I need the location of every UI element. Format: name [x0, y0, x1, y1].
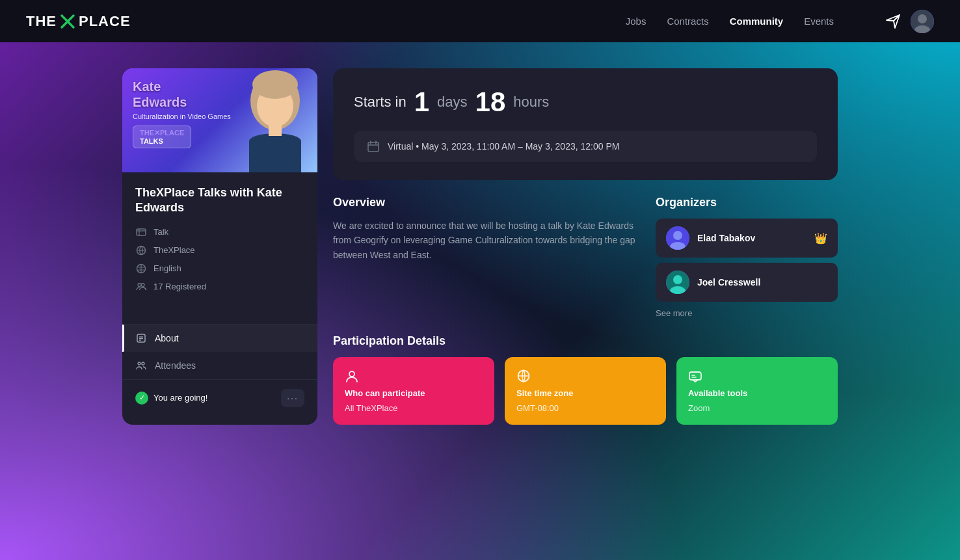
organizer-elad[interactable]: Elad Tabakov 👑 [656, 219, 838, 258]
timezone-icon [516, 369, 654, 383]
event-sidebar: Kate Edwards Culturalization in Video Ga… [122, 68, 317, 425]
overview-title: Overview [333, 196, 640, 209]
event-time-row: Virtual • May 3, 2023, 11:00 AM – May 3,… [354, 131, 817, 162]
organizer-joel[interactable]: Joel Cresswell [656, 263, 838, 302]
nav-actions [886, 10, 934, 33]
svg-rect-11 [137, 229, 146, 235]
hours-number: 18 [475, 87, 506, 118]
nav-jobs[interactable]: Jobs [626, 16, 647, 27]
logo[interactable]: THE PLACE [26, 13, 131, 30]
svg-point-23 [138, 362, 140, 365]
organizers-title: Organizers [656, 196, 838, 209]
who-icon [345, 369, 483, 383]
nav-events[interactable]: Events [804, 16, 834, 27]
see-more-link[interactable]: See more [656, 308, 692, 318]
svg-rect-10 [269, 123, 282, 136]
speaker-name: Kate Edwards [133, 79, 231, 110]
talks-badge: THE✕PLACE TALKS [133, 126, 191, 148]
going-label: You are going! [153, 393, 207, 403]
event-meta: Talk TheXPlace [135, 226, 304, 293]
svg-point-35 [349, 371, 354, 377]
overview-section: Overview We are excited to announce that… [333, 196, 640, 319]
event-subtitle: Culturalization in Video Games [133, 113, 231, 120]
timezone-value: GMT-08:00 [516, 403, 654, 413]
svg-point-30 [673, 231, 682, 240]
tag-icon [135, 226, 147, 238]
event-title: TheXPlace Talks with Kate Edwards [135, 185, 304, 216]
participation-section: Participation Details Who can participat… [333, 334, 838, 425]
sidebar-nav-attendees[interactable]: Attendees [122, 352, 317, 379]
more-button[interactable]: ··· [281, 389, 304, 407]
tools-value: Zoom [688, 403, 826, 413]
logo-suffix: PLACE [79, 13, 131, 30]
main-wrapper: Kate Edwards Culturalization in Video Ga… [0, 42, 960, 451]
lang-icon [135, 263, 147, 274]
timezone-title: Site time zone [516, 388, 654, 398]
meta-type: Talk [135, 226, 304, 238]
sidebar-nav: About Attendees [122, 324, 317, 379]
about-label: About [155, 333, 179, 343]
people-icon [135, 281, 147, 293]
user-avatar[interactable] [911, 10, 934, 33]
nav-contracts[interactable]: Contracts [667, 16, 708, 27]
org-icon [135, 245, 147, 256]
svg-rect-25 [368, 142, 379, 152]
person-illustration [233, 68, 317, 172]
countdown-row: Starts in 1 days 18 hours [354, 87, 817, 118]
meta-registered: 17 Registered [135, 281, 304, 293]
part-card-timezone: Site time zone GMT-08:00 [505, 357, 666, 425]
send-icon[interactable] [886, 14, 900, 29]
main-content: Starts in 1 days 18 hours [333, 68, 838, 425]
tools-title: Available tools [688, 388, 826, 398]
event-time-text: Virtual • May 3, 2023, 11:00 AM – May 3,… [388, 141, 619, 152]
sidebar-footer: ✓ You are going! ··· [122, 379, 317, 416]
about-icon [135, 332, 147, 344]
overview-text: We are excited to announce that we will … [333, 219, 640, 262]
meta-registered-label: 17 Registered [153, 282, 206, 291]
nav-links: Jobs Contracts Community Events [626, 16, 834, 27]
attendees-icon [135, 360, 147, 371]
attendees-label: Attendees [155, 360, 196, 371]
part-card-tools: Available tools Zoom [676, 357, 838, 425]
calendar-icon [367, 140, 380, 153]
organizer-elad-avatar [666, 226, 689, 250]
going-badge: ✓ You are going! [135, 392, 207, 405]
meta-lang-label: English [153, 263, 181, 273]
svg-point-24 [142, 362, 144, 365]
meta-org: TheXPlace [135, 245, 304, 256]
crown-icon: 👑 [814, 232, 827, 245]
navbar: THE PLACE Jobs Contracts Community Event… [0, 0, 960, 42]
meta-type-label: Talk [153, 227, 168, 237]
event-text-overlay: Kate Edwards Culturalization in Video Ga… [133, 79, 231, 148]
days-label: days [437, 94, 467, 111]
who-value: All TheXPlace [345, 403, 483, 413]
starts-in-label: Starts in [354, 94, 407, 111]
days-number: 1 [414, 87, 429, 118]
who-title: Who can participate [345, 388, 483, 398]
meta-org-label: TheXPlace [153, 245, 195, 255]
organizer-elad-name: Elad Tabakov [697, 233, 807, 243]
participation-cards: Who can participate All TheXPlace Site t… [333, 357, 838, 425]
svg-point-7 [252, 70, 298, 99]
organizer-joel-avatar [666, 271, 689, 294]
event-image: Kate Edwards Culturalization in Video Ga… [122, 68, 317, 172]
two-col-section: Overview We are excited to announce that… [333, 196, 838, 319]
svg-point-17 [138, 283, 141, 286]
tools-icon [688, 369, 826, 383]
svg-rect-38 [689, 372, 701, 380]
part-card-who: Who can participate All TheXPlace [333, 357, 494, 425]
svg-point-3 [918, 14, 927, 23]
meta-lang: English [135, 263, 304, 274]
nav-community[interactable]: Community [730, 16, 784, 27]
hours-label: hours [513, 94, 549, 111]
organizer-joel-name: Joel Cresswell [697, 277, 827, 287]
check-icon: ✓ [135, 392, 148, 405]
sidebar-nav-about[interactable]: About [122, 325, 317, 352]
svg-point-33 [673, 275, 682, 284]
svg-point-18 [141, 283, 144, 286]
logo-x-icon [59, 13, 76, 30]
sidebar-content: TheXPlace Talks with Kate Edwards Talk [122, 172, 317, 319]
logo-prefix: THE [26, 13, 57, 30]
participation-title: Participation Details [333, 334, 838, 348]
countdown-card: Starts in 1 days 18 hours [333, 68, 838, 180]
